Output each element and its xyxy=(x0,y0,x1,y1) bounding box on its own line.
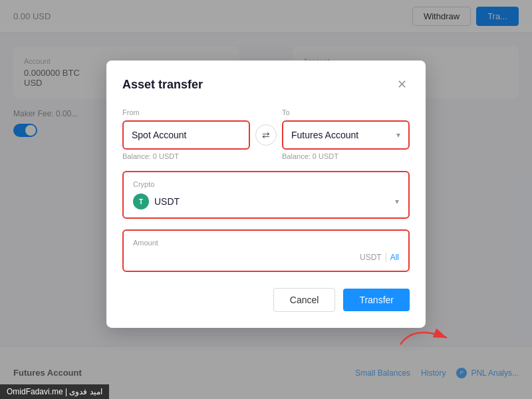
amount-input-row: USDT All xyxy=(133,252,399,263)
modal-header: Asset transfer ✕ xyxy=(122,76,410,92)
amount-currency: USDT xyxy=(360,253,382,262)
modal-footer: Cancel Transfer xyxy=(122,288,410,312)
from-balance: Balance: 0 USDT xyxy=(122,152,250,160)
to-chevron-icon: ▾ xyxy=(396,130,400,140)
to-balance: Balance: 0 USDT xyxy=(282,152,410,160)
swap-button[interactable]: ⇄ xyxy=(255,124,277,146)
to-account-value: Futures Account xyxy=(291,130,358,140)
to-label: To xyxy=(282,108,410,116)
from-label: From xyxy=(122,108,250,116)
to-field: To Futures Account ▾ Balance: 0 USDT xyxy=(282,108,410,160)
cancel-button[interactable]: Cancel xyxy=(273,288,336,312)
from-to-row: From Spot Account Balance: 0 USDT ⇄ To F… xyxy=(122,108,410,160)
crypto-chevron-icon: ▾ xyxy=(395,197,399,206)
amount-field[interactable]: Amount USDT All xyxy=(122,229,410,272)
crypto-coin-name: USDT xyxy=(154,196,180,207)
close-icon: ✕ xyxy=(397,77,407,92)
crypto-field[interactable]: Crypto T USDT ▾ xyxy=(122,171,410,219)
asset-transfer-modal: Asset transfer ✕ From Spot Account Balan… xyxy=(106,61,426,328)
amount-suffix: USDT All xyxy=(360,253,399,262)
watermark: امید فدوی | OmidFadavi.me xyxy=(0,384,109,399)
modal-title: Asset transfer xyxy=(122,77,203,91)
usdt-icon: T xyxy=(133,194,149,209)
crypto-select-row: T USDT ▾ xyxy=(133,194,399,209)
close-button[interactable]: ✕ xyxy=(394,76,410,92)
from-account-value: Spot Account xyxy=(132,130,187,140)
transfer-button[interactable]: Transfer xyxy=(343,289,410,311)
all-button[interactable]: All xyxy=(390,253,399,262)
amount-input[interactable] xyxy=(133,252,360,263)
swap-icon: ⇄ xyxy=(262,130,270,140)
crypto-label: Crypto xyxy=(133,180,399,188)
crypto-coin-display: T USDT xyxy=(133,194,180,209)
watermark-text: امید فدوی | OmidFadavi.me xyxy=(7,387,102,396)
from-field: From Spot Account Balance: 0 USDT xyxy=(122,108,250,160)
to-account-box[interactable]: Futures Account ▾ xyxy=(282,120,410,150)
from-account-box[interactable]: Spot Account xyxy=(122,120,250,150)
amount-label: Amount xyxy=(133,239,399,247)
amount-divider xyxy=(386,253,386,262)
